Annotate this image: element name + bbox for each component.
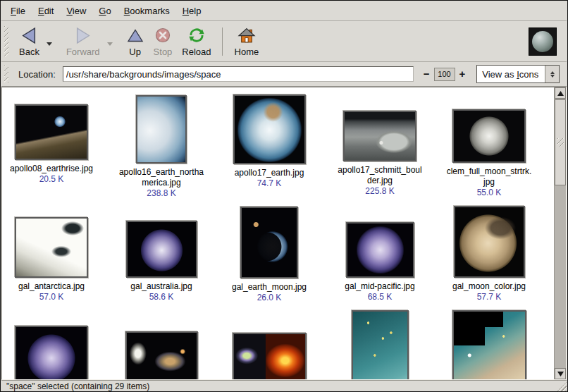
menu-edit-label: dit [44, 6, 54, 16]
file-item[interactable]: gal_mid-pacific.jpg 68.5 K [327, 222, 433, 302]
stop-button-label: Stop [154, 47, 173, 57]
location-bar-drag-handle[interactable] [4, 66, 8, 82]
menu-bar: File Edit View Go Bookmarks Help [1, 1, 567, 21]
file-name: clem_full_moon_strtrk. jpg [447, 166, 532, 188]
file-thumbnail [452, 310, 526, 379]
file-name: gal_mid-pacific.jpg [345, 281, 414, 292]
file-item[interactable]: gal_australia.jpg 58.6 K [109, 221, 214, 302]
chevron-down-icon [107, 42, 113, 49]
menu-bookmarks-label: ookmarks [130, 6, 169, 16]
location-input[interactable] [63, 66, 414, 82]
file-name: apollo17_schmitt_boul der.jpg [338, 165, 421, 186]
file-name: gal_moon_color.jpg [452, 281, 526, 292]
file-size: 238.8 K [147, 188, 175, 199]
file-size: 20.5 K [39, 174, 64, 185]
file-name: gal_antarctica.jpg [18, 281, 85, 292]
reload-button[interactable]: Reload [177, 25, 216, 59]
stop-button[interactable]: Stop [149, 25, 178, 59]
up-button[interactable]: Up [122, 25, 149, 59]
forward-button[interactable]: Forward [61, 25, 105, 59]
menu-file[interactable]: File [4, 3, 32, 19]
location-bar: Location: − 100 + View as Icons [1, 62, 567, 87]
dropdown-arrow-button[interactable] [545, 66, 559, 82]
arrow-up-icon [550, 69, 555, 74]
file-item[interactable] [216, 333, 322, 379]
back-button[interactable]: Back [14, 25, 44, 59]
menu-view[interactable]: View [60, 3, 92, 19]
menu-edit[interactable]: Edit [32, 3, 60, 19]
file-item[interactable]: apollo16_earth_northa merica.jpg 238.8 K [109, 95, 214, 199]
scrollbar-grip [557, 138, 564, 147]
file-thumbnail [125, 331, 198, 379]
file-size: 225.8 K [365, 186, 394, 197]
forward-button-label: Forward [66, 47, 100, 57]
file-size: 26.0 K [257, 293, 282, 303]
file-item[interactable] [109, 331, 214, 379]
up-button-label: Up [129, 47, 141, 57]
vertical-scrollbar[interactable] [554, 87, 566, 379]
file-thumbnail [352, 310, 409, 379]
file-thumbnail [240, 207, 298, 278]
home-button-label: Home [235, 47, 259, 57]
file-item[interactable]: clem_full_moon_strtrk. jpg 55.0 K [436, 109, 542, 198]
file-name: gal_earth_moon.jpg [232, 282, 307, 293]
status-text: "space" selected (containing 29 items) [6, 381, 149, 391]
file-size: 74.7 K [257, 178, 282, 189]
menu-go-mnemonic: G [99, 6, 106, 16]
chevron-down-icon [47, 42, 52, 49]
icon-view[interactable]: apollo08_earthrise.jpg 20.5 K apollo16_e… [2, 87, 554, 379]
file-thumbnail [452, 109, 526, 163]
toolbar-separator [222, 27, 223, 56]
back-history-dropdown[interactable] [44, 40, 54, 51]
menu-bookmarks[interactable]: Bookmarks [118, 3, 176, 19]
file-thumbnail [346, 222, 414, 278]
home-button[interactable]: Home [230, 25, 264, 59]
menu-file-mnemonic: F [11, 6, 16, 16]
file-item[interactable]: apollo17_earth.jpg 74.7 K [216, 94, 322, 189]
file-item[interactable] [327, 310, 433, 379]
menu-help[interactable]: Help [176, 3, 208, 19]
file-thumbnail [136, 95, 187, 164]
status-bar: "space" selected (containing 29 items) [1, 380, 567, 392]
scroll-down-button[interactable] [555, 368, 566, 379]
scrollbar-thumb[interactable] [555, 99, 566, 185]
file-manager-window: File Edit View Go Bookmarks Help Back Fo… [0, 0, 568, 392]
zoom-out-button[interactable]: − [422, 68, 431, 80]
zoom-in-button[interactable]: + [458, 68, 467, 80]
view-mode-dropdown[interactable]: View as Icons [476, 65, 560, 83]
menu-view-label: iew [73, 6, 87, 16]
file-item[interactable]: gal_antarctica.jpg 57.0 K [2, 217, 104, 302]
file-size: 68.5 K [368, 292, 393, 302]
forward-history-dropdown[interactable] [105, 40, 115, 51]
back-icon [20, 26, 38, 45]
file-size: 58.6 K [149, 292, 174, 302]
toolbar-drag-handle[interactable] [4, 26, 8, 57]
file-name: apollo08_earthrise.jpg [10, 164, 93, 174]
menu-go-label: o [106, 6, 111, 16]
menu-help-mnemonic: H [183, 6, 189, 16]
window-resize-grip[interactable] [556, 382, 567, 392]
throbber-globe-icon [532, 31, 553, 52]
file-item[interactable]: gal_earth_moon.jpg 26.0 K [216, 207, 322, 303]
view-mode-rest: cons [519, 69, 538, 80]
scroll-up-button[interactable] [555, 87, 566, 99]
arrow-down-icon [550, 75, 555, 80]
menu-go[interactable]: Go [92, 3, 117, 19]
up-icon [127, 26, 144, 45]
view-mode-pre: View as [482, 69, 517, 80]
arrow-up-icon [557, 91, 564, 96]
file-size: 57.0 K [39, 292, 64, 302]
forward-icon [74, 26, 92, 45]
file-item[interactable]: gal_moon_color.jpg 57.7 K [436, 206, 542, 302]
menu-view-mnemonic: V [66, 6, 72, 16]
file-item[interactable]: apollo08_earthrise.jpg 20.5 K [2, 104, 104, 185]
file-name: apollo17_earth.jpg [235, 168, 304, 178]
reload-button-label: Reload [182, 47, 211, 57]
file-item[interactable] [436, 310, 542, 379]
file-thumbnail [15, 104, 88, 160]
file-item[interactable] [2, 326, 104, 379]
file-thumbnail [15, 326, 88, 379]
menu-help-label: elp [189, 6, 201, 16]
file-item[interactable]: apollo17_schmitt_boul der.jpg 225.8 K [327, 111, 433, 197]
arrow-down-icon [557, 372, 564, 376]
